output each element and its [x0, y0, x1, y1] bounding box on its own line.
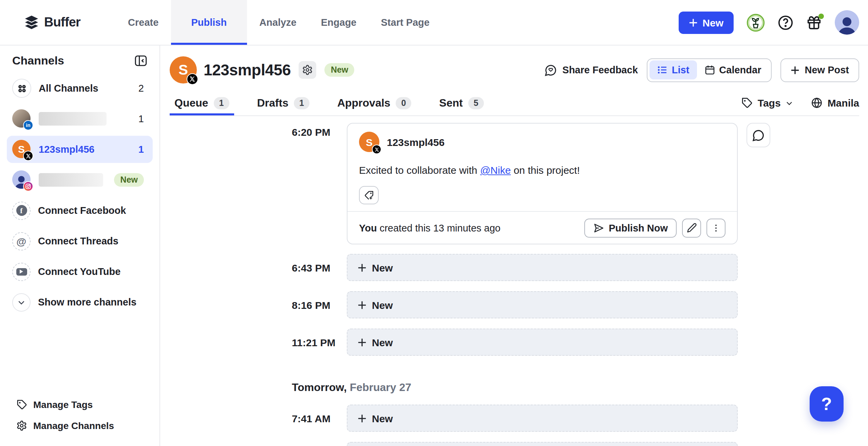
- queue-row-slot-partial: [292, 442, 775, 446]
- new-post-slot[interactable]: [347, 442, 738, 446]
- show-more-channels-button[interactable]: Show more channels: [7, 289, 153, 316]
- queue-row-slot: 7:41 AM New: [292, 405, 775, 432]
- post-more-menu-button[interactable]: [706, 218, 725, 237]
- tab-count: 1: [294, 97, 309, 109]
- tab-count: 0: [396, 97, 411, 109]
- channel-settings-button[interactable]: [299, 61, 317, 79]
- new-feature-badge: New: [325, 63, 354, 77]
- buffer-logo[interactable]: Buffer: [0, 0, 80, 45]
- sidebar-channel-instagram[interactable]: New: [7, 166, 153, 193]
- nav-item-analyze[interactable]: Analyze: [247, 0, 309, 45]
- day-heading: Tomorrow, February 27: [292, 382, 775, 394]
- slot-time: 11:21 PM: [292, 336, 347, 348]
- new-post-slot[interactable]: New: [347, 254, 738, 281]
- post-footer: You created this 13 minutes ago Publish …: [347, 211, 737, 244]
- brand-name: Buffer: [44, 15, 80, 30]
- tab-sent[interactable]: Sent 5: [434, 90, 488, 115]
- all-channels-icon: [12, 79, 31, 98]
- top-nav: Buffer Create Publish Analyze Engage Sta…: [0, 0, 868, 45]
- post-text: Excited to collaborate with @Nike on thi…: [359, 163, 725, 177]
- slot-time: 8:16 PM: [292, 299, 347, 311]
- sidebar-channel-linkedin[interactable]: in 1: [7, 105, 153, 132]
- gift-notification-dot: [818, 13, 824, 19]
- mention-link[interactable]: @Nike: [480, 164, 511, 176]
- globe-icon: [811, 97, 823, 109]
- channels-sidebar: Channels All Channels 2: [0, 45, 160, 446]
- sidebar-footer: Manage Tags Manage Channels: [0, 396, 159, 438]
- manage-tags-button[interactable]: Manage Tags: [16, 396, 147, 413]
- publish-now-button[interactable]: Publish Now: [584, 218, 677, 237]
- threads-icon: @: [12, 232, 31, 250]
- tag-icon: [16, 399, 27, 410]
- new-button[interactable]: New: [679, 11, 734, 34]
- nav-item-create[interactable]: Create: [116, 0, 171, 45]
- sidebar-channel-123smpl456[interactable]: S 123smpl456 1: [7, 136, 153, 163]
- redacted-channel-name: [39, 112, 107, 126]
- nav-right-group: New: [679, 0, 859, 45]
- new-post-slot[interactable]: New: [347, 329, 738, 356]
- connect-threads-button[interactable]: @ Connect Threads: [7, 227, 153, 255]
- tab-drafts[interactable]: Drafts 1: [252, 90, 314, 115]
- manage-channels-button[interactable]: Manage Channels: [16, 417, 147, 434]
- new-post-slot[interactable]: New: [347, 405, 738, 432]
- x-badge-icon: [187, 73, 198, 85]
- nav-item-start-page[interactable]: Start Page: [369, 0, 442, 45]
- facebook-icon: f: [12, 201, 31, 220]
- slot-time: 7:41 AM: [292, 412, 347, 424]
- post-comment-button[interactable]: [747, 123, 770, 147]
- gift-icon[interactable]: [806, 15, 822, 30]
- account-avatar[interactable]: [835, 10, 859, 35]
- all-channels-label: All Channels: [39, 83, 98, 94]
- tab-queue[interactable]: Queue 1: [170, 90, 234, 115]
- new-post-slot[interactable]: New: [347, 291, 738, 318]
- list-icon: [657, 64, 668, 75]
- tab-count: 5: [468, 97, 484, 109]
- post-meta: You created this 13 minutes ago: [359, 222, 501, 233]
- queue-list: 6:20 PM S 123smpl456 Exc: [292, 123, 775, 446]
- sidebar-title: Channels: [12, 54, 64, 68]
- instagram-badge-icon: [23, 181, 33, 191]
- channel-count: 1: [138, 144, 144, 155]
- slot-time: 6:43 PM: [292, 262, 347, 273]
- add-tag-button[interactable]: [359, 186, 379, 204]
- queue-tabs: Queue 1 Drafts 1 Approvals 0 Sent 5: [170, 90, 859, 116]
- redacted-channel-name: [39, 173, 103, 187]
- help-fab-button[interactable]: ?: [810, 386, 844, 422]
- youtube-icon: [12, 262, 31, 281]
- help-icon[interactable]: [778, 15, 793, 30]
- tag-icon: [741, 97, 753, 109]
- x-badge-icon: [23, 151, 33, 161]
- gear-icon: [16, 420, 27, 431]
- linkedin-badge-icon: in: [23, 120, 33, 130]
- collapse-sidebar-icon[interactable]: [134, 54, 148, 68]
- plus-icon: [358, 414, 366, 423]
- edit-post-button[interactable]: [682, 218, 701, 237]
- calendar-view-toggle[interactable]: Calendar: [697, 60, 769, 79]
- tags-filter-dropdown[interactable]: Tags: [741, 97, 794, 109]
- view-toggle: List Calendar: [647, 58, 772, 82]
- channel-avatar: S: [170, 56, 197, 83]
- page-title: 123smpl456: [204, 61, 291, 79]
- new-post-button[interactable]: New Post: [780, 58, 859, 82]
- plus-icon: [358, 300, 366, 309]
- timezone-selector[interactable]: Manila: [811, 97, 859, 109]
- queue-row-slot: 11:21 PM New: [292, 329, 775, 356]
- post-author-avatar: S: [359, 132, 379, 152]
- share-feedback-button[interactable]: Share Feedback: [544, 63, 638, 76]
- connect-facebook-button[interactable]: f Connect Facebook: [7, 197, 153, 224]
- tab-approvals[interactable]: Approvals 0: [333, 90, 416, 115]
- post-card: S 123smpl456 Excited to collaborate with…: [347, 123, 738, 244]
- sidebar-item-all-channels[interactable]: All Channels 2: [7, 75, 153, 102]
- queue-row-slot: 6:43 PM New: [292, 254, 775, 281]
- nav-item-engage[interactable]: Engage: [309, 0, 369, 45]
- chevron-down-icon: [12, 293, 31, 311]
- plant-icon[interactable]: [747, 13, 765, 32]
- plus-icon: [358, 263, 366, 272]
- content-shell: Channels All Channels 2: [0, 45, 868, 446]
- list-view-toggle[interactable]: List: [649, 60, 697, 79]
- connect-youtube-button[interactable]: Connect YouTube: [7, 258, 153, 285]
- buffer-app: Buffer Create Publish Analyze Engage Sta…: [0, 0, 868, 446]
- slot-time: 6:20 PM: [292, 123, 347, 138]
- plus-icon: [689, 18, 698, 27]
- nav-item-publish[interactable]: Publish: [171, 0, 247, 45]
